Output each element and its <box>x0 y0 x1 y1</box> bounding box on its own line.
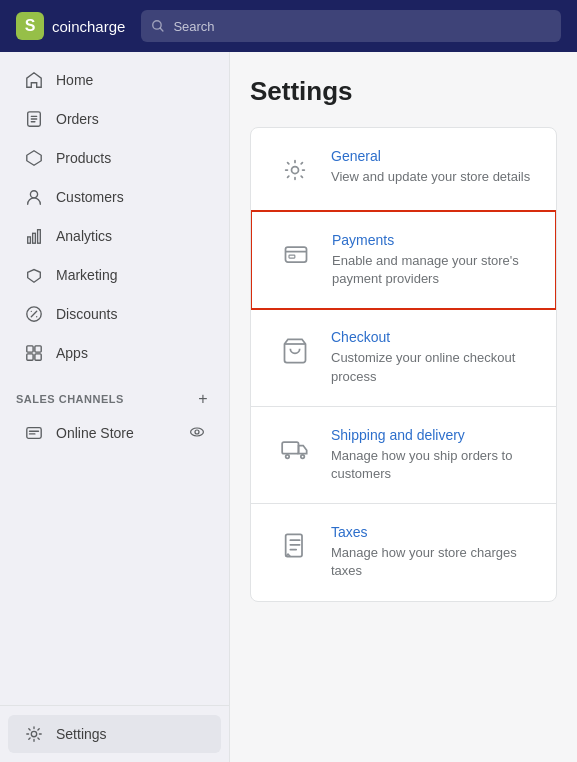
sidebar-item-home-label: Home <box>56 72 93 88</box>
general-icon-box <box>275 150 315 190</box>
sidebar-item-customers[interactable]: Customers <box>8 178 221 216</box>
svg-rect-11 <box>35 354 41 360</box>
settings-item-shipping[interactable]: Shipping and delivery Manage how you shi… <box>251 407 556 504</box>
shipping-desc: Manage how you ship orders to customers <box>331 447 532 483</box>
checkout-title: Checkout <box>331 329 532 345</box>
main-content: Settings General View and update your st… <box>230 52 577 762</box>
settings-item-taxes[interactable]: Taxes Manage how your store charges taxe… <box>251 504 556 600</box>
svg-point-3 <box>30 191 37 198</box>
discounts-icon <box>24 304 44 324</box>
svg-point-20 <box>286 455 290 459</box>
sidebar-item-orders-label: Orders <box>56 111 99 127</box>
orders-icon <box>24 109 44 129</box>
topbar: S coincharge Search <box>0 0 577 52</box>
sidebar-nav: Home Orders Products <box>0 52 229 705</box>
sidebar-item-products[interactable]: Products <box>8 139 221 177</box>
sidebar-item-apps[interactable]: Apps <box>8 334 221 372</box>
sidebar-item-discounts[interactable]: Discounts <box>8 295 221 333</box>
sidebar-item-settings[interactable]: Settings <box>8 715 221 753</box>
svg-rect-9 <box>35 346 41 352</box>
settings-item-general[interactable]: General View and update your store detai… <box>251 128 556 211</box>
svg-point-14 <box>195 430 199 434</box>
shipping-text: Shipping and delivery Manage how you shi… <box>331 427 532 483</box>
svg-point-21 <box>301 455 305 459</box>
products-icon <box>24 148 44 168</box>
sidebar-item-discounts-label: Discounts <box>56 306 117 322</box>
taxes-icon-box <box>275 526 315 566</box>
sidebar: Home Orders Products <box>0 52 230 762</box>
sidebar-item-apps-label: Apps <box>56 345 88 361</box>
analytics-icon <box>24 226 44 246</box>
svg-rect-19 <box>282 442 298 454</box>
sidebar-item-analytics-label: Analytics <box>56 228 112 244</box>
settings-item-checkout[interactable]: Checkout Customize your online checkout … <box>251 309 556 406</box>
online-store-icon <box>24 423 44 443</box>
online-store-label: Online Store <box>56 425 134 441</box>
logo-area: S coincharge <box>16 12 125 40</box>
svg-rect-17 <box>286 247 307 262</box>
home-icon <box>24 70 44 90</box>
sidebar-item-home[interactable]: Home <box>8 61 221 99</box>
add-channel-button[interactable]: + <box>193 389 213 409</box>
eye-icon[interactable] <box>189 424 205 443</box>
payments-text: Payments Enable and manage your store's … <box>332 232 531 288</box>
search-bar[interactable]: Search <box>141 10 561 42</box>
sales-channels-header: SALES CHANNELS + <box>0 373 229 413</box>
sidebar-item-products-label: Products <box>56 150 111 166</box>
payments-title: Payments <box>332 232 531 248</box>
shopify-logo-icon: S <box>16 12 44 40</box>
sidebar-item-settings-label: Settings <box>56 726 107 742</box>
taxes-text: Taxes Manage how your store charges taxe… <box>331 524 532 580</box>
sidebar-item-marketing-label: Marketing <box>56 267 117 283</box>
checkout-text: Checkout Customize your online checkout … <box>331 329 532 385</box>
sidebar-bottom: Settings <box>0 705 229 762</box>
checkout-desc: Customize your online checkout process <box>331 349 532 385</box>
taxes-desc: Manage how your store charges taxes <box>331 544 532 580</box>
general-title: General <box>331 148 532 164</box>
svg-rect-6 <box>38 230 41 244</box>
sales-channels-label: SALES CHANNELS <box>16 393 124 405</box>
store-name: coincharge <box>52 18 125 35</box>
search-placeholder: Search <box>173 19 214 34</box>
truck-icon <box>281 435 309 463</box>
svg-rect-10 <box>27 354 33 360</box>
payment-icon <box>282 240 310 268</box>
receipt-icon <box>281 532 309 560</box>
sidebar-item-analytics[interactable]: Analytics <box>8 217 221 255</box>
payments-desc: Enable and manage your store's payment p… <box>332 252 531 288</box>
settings-card: General View and update your store detai… <box>250 127 557 602</box>
svg-point-15 <box>31 731 36 736</box>
gear-icon <box>281 156 309 184</box>
apps-icon <box>24 343 44 363</box>
sidebar-item-orders[interactable]: Orders <box>8 100 221 138</box>
general-desc: View and update your store details <box>331 168 532 186</box>
general-text: General View and update your store detai… <box>331 148 532 186</box>
svg-rect-8 <box>27 346 33 352</box>
sidebar-item-online-store[interactable]: Online Store <box>8 414 221 452</box>
svg-rect-18 <box>289 255 295 258</box>
marketing-icon <box>24 265 44 285</box>
page-title: Settings <box>250 76 557 107</box>
shipping-title: Shipping and delivery <box>331 427 532 443</box>
sidebar-item-customers-label: Customers <box>56 189 124 205</box>
online-store-left: Online Store <box>24 423 189 443</box>
sidebar-item-marketing[interactable]: Marketing <box>8 256 221 294</box>
taxes-title: Taxes <box>331 524 532 540</box>
svg-rect-4 <box>28 237 31 243</box>
svg-marker-2 <box>27 151 41 165</box>
checkout-icon-box <box>275 331 315 371</box>
shipping-icon-box <box>275 429 315 469</box>
cart-icon <box>281 337 309 365</box>
svg-rect-5 <box>33 233 36 243</box>
main-layout: Home Orders Products <box>0 52 577 762</box>
search-icon <box>151 19 165 33</box>
customers-icon <box>24 187 44 207</box>
svg-point-16 <box>292 167 299 174</box>
settings-item-payments[interactable]: Payments Enable and manage your store's … <box>250 210 557 310</box>
svg-rect-12 <box>27 428 41 439</box>
payment-icon-box <box>276 234 316 274</box>
settings-icon <box>24 724 44 744</box>
svg-point-13 <box>191 428 204 436</box>
